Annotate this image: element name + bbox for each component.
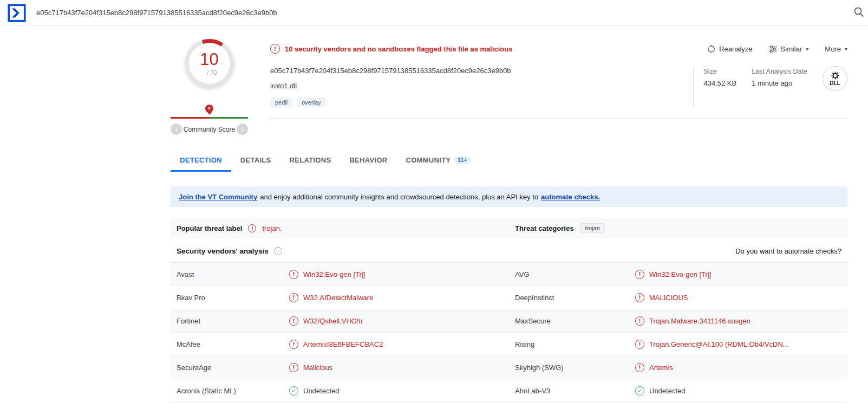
detection-score-total: / 70 <box>207 69 217 76</box>
status-icon <box>635 340 644 349</box>
file-size: Size 434.52 KB <box>703 68 736 87</box>
search-input[interactable] <box>35 8 843 17</box>
threat-category-chip[interactable]: trojan <box>580 223 605 233</box>
vendor-name: Rising <box>515 340 635 348</box>
tab-detection[interactable]: DETECTION <box>171 150 231 172</box>
detection-result: Artemis <box>635 363 673 372</box>
top-search-bar <box>0 0 868 26</box>
alert-icon <box>248 224 256 232</box>
detection-score-value: 10 <box>200 51 218 68</box>
status-icon <box>635 270 644 279</box>
vendor-name: Skyhigh (SWG) <box>515 364 635 372</box>
file-tag[interactable]: pedll <box>270 98 292 107</box>
status-icon <box>289 293 298 302</box>
table-row: Acronis (Static ML) Undetected AhnLab-V3… <box>171 379 847 402</box>
community-banner-text: and enjoy additional community insights … <box>260 193 538 201</box>
chevron-down-icon: ▾ <box>806 46 808 52</box>
popular-threat-label: Popular threat label <box>177 224 242 232</box>
last-analysis-label: Last Analysis Date <box>752 68 807 75</box>
vendor-name: Bkav Pro <box>171 294 289 302</box>
detection-result: W32/Qshell.VHO!tr <box>289 316 363 326</box>
vendor-name: SecureAge <box>171 364 289 372</box>
filetype-badge: DLL <box>823 66 847 91</box>
table-row: McAfee Artemis!8E6FBEFCBAC2 Rising Troja… <box>171 332 847 355</box>
table-row: Bkav Pro W32.AIDetectMalware DeepInstinc… <box>171 286 847 309</box>
vendor-name: Fortinet <box>171 317 289 325</box>
similar-icon <box>769 46 777 53</box>
detection-result: MALICIOUS <box>635 293 688 302</box>
vendor-name: AVG <box>515 270 635 278</box>
vendor-name: MaxSecure <box>515 317 635 325</box>
tab-behavior[interactable]: BEHAVIOR <box>340 150 396 172</box>
automate-checks-prompt[interactable]: Do you want to automate checks? <box>735 247 841 255</box>
table-row: Fortinet W32/Qshell.VHO!tr MaxSecure Tro… <box>171 309 847 332</box>
community-score-gauge <box>171 117 248 119</box>
chevron-down-icon: ▾ <box>845 46 847 52</box>
vendor-name: DeepInstinct <box>515 294 635 302</box>
detection-result: Trojan.Generic@AI.100 (RDML:Ob4/VcDN... <box>635 340 789 349</box>
status-icon <box>289 270 298 279</box>
size-label: Size <box>703 68 736 75</box>
tab-community[interactable]: COMMUNITY 11+ <box>396 150 479 172</box>
warning-text: 10 security vendors and no sandboxes fla… <box>285 45 512 53</box>
gauge-malicious-segment <box>171 117 210 119</box>
detection-result: Malicious <box>289 363 332 372</box>
threat-label-row: Popular threat label trojan. Threat cate… <box>171 218 847 238</box>
community-next-button[interactable]: › <box>237 124 248 135</box>
last-analysis-value: 1 minute ago <box>752 79 807 87</box>
detection-result: Trojan.Malware.3411146.susgen <box>635 316 750 326</box>
tab-details[interactable]: DETAILS <box>231 150 280 172</box>
detection-result: Artemis!8E6FBEFCBAC2 <box>289 340 383 349</box>
more-button[interactable]: More ▾ <box>825 45 847 53</box>
last-analysis-date: Last Analysis Date 1 minute ago <box>752 68 807 87</box>
detection-result: Win32:Evo-gen [Trj] <box>289 270 365 279</box>
analysis-title: Security vendors' analysis <box>177 247 269 255</box>
reanalyze-button[interactable]: Reanalyze <box>707 45 752 53</box>
detection-result: Undetected <box>635 386 686 395</box>
similar-button[interactable]: Similar ▾ <box>769 45 809 53</box>
filetype-label: DLL <box>830 80 840 86</box>
file-tag[interactable]: overlay <box>297 98 325 107</box>
vendor-analysis-table: Avast Win32:Evo-gen [Trj] AVG Win32:Evo-… <box>171 262 847 403</box>
virustotal-logo-icon <box>8 4 26 22</box>
detection-score-gauge: 10 / 70 <box>185 39 234 88</box>
size-value: 434.52 KB <box>703 79 736 87</box>
detection-result: W32.AIDetectMalware <box>289 293 373 302</box>
detection-result: Undetected <box>289 386 340 395</box>
detection-result: Win32:Evo-gen [Trj] <box>635 270 711 279</box>
info-icon[interactable] <box>274 247 282 255</box>
vendor-name: Acronis (Static ML) <box>171 387 289 395</box>
table-row: SecureAge Malicious Skyhigh (SWG) Artemi… <box>171 355 847 379</box>
status-icon <box>289 386 298 395</box>
community-count-badge: 11+ <box>454 156 470 164</box>
threat-categories-label: Threat categories <box>515 224 573 232</box>
tab-bar: DETECTION DETAILS RELATIONS BEHAVIOR COM… <box>171 150 847 172</box>
reanalyze-icon <box>707 45 715 53</box>
gauge-harmless-segment <box>210 117 249 119</box>
gear-icon <box>831 72 839 80</box>
vendor-name: McAfee <box>171 340 289 348</box>
file-hash: e05c717b43f7e204f315eb8c298f971579138551… <box>270 67 511 75</box>
vendor-name: Avast <box>171 270 289 278</box>
virustotal-logo[interactable] <box>7 3 27 23</box>
status-icon <box>635 363 644 372</box>
vendor-name: AhnLab-V3 <box>515 387 635 395</box>
warning-icon <box>270 44 280 54</box>
community-banner: Join the VT Community and enjoy addition… <box>171 186 847 207</box>
community-score-label: Community Score <box>184 126 235 133</box>
status-icon <box>289 340 298 349</box>
search-icon[interactable] <box>852 5 866 21</box>
status-icon <box>635 386 644 395</box>
file-name: iroto1.dll <box>270 82 511 90</box>
malicious-pin-icon: × <box>205 105 214 115</box>
status-icon <box>289 363 298 372</box>
tab-relations[interactable]: RELATIONS <box>280 150 341 172</box>
popular-threat-value: trojan. <box>262 224 282 232</box>
score-widget: 10 / 70 × ‹ Community Score › <box>171 39 248 135</box>
analysis-header: Security vendors' analysis Do you want t… <box>171 238 847 262</box>
status-icon <box>635 316 644 326</box>
table-row: Avast Win32:Evo-gen [Trj] AVG Win32:Evo-… <box>171 262 847 286</box>
community-prev-button[interactable]: ‹ <box>171 124 182 135</box>
join-community-link[interactable]: Join the VT Community <box>179 193 257 201</box>
automate-checks-link[interactable]: automate checks. <box>541 193 600 201</box>
